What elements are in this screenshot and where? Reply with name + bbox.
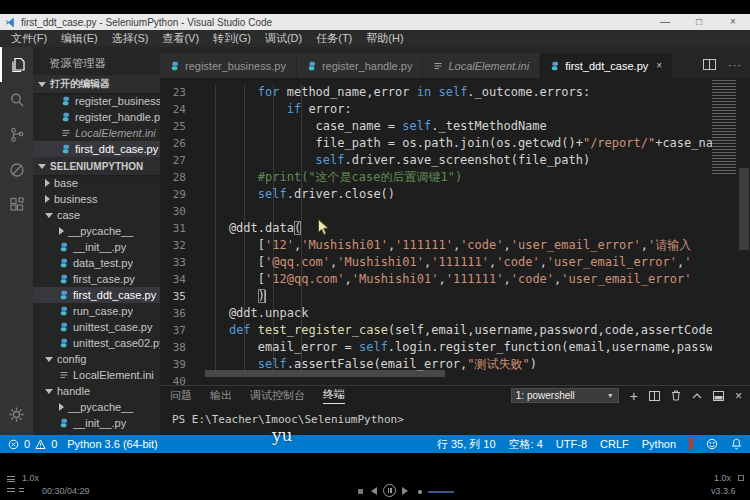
code-editor[interactable]: 23 for method_name,error in self._outcom… <box>160 78 750 385</box>
close-button[interactable]: × <box>716 14 750 30</box>
tree-item[interactable]: first_case.py <box>33 271 160 287</box>
open-editor-item[interactable]: register_business.p... <box>33 93 160 109</box>
line-number[interactable]: 35 <box>160 288 200 305</box>
split-editor-icon[interactable] <box>703 56 716 74</box>
code-line[interactable]: 28 #print("这个是case的后置调键1") <box>160 169 712 186</box>
playlist-icon[interactable] <box>7 476 15 482</box>
open-editor-item[interactable]: register_handle.py... <box>33 109 160 125</box>
menu-item-2[interactable]: 选择(S) <box>105 31 156 46</box>
split-terminal-icon[interactable] <box>649 391 660 401</box>
line-number[interactable]: 25 <box>160 118 200 135</box>
menu-item-0[interactable]: 文件(F) <box>4 31 54 46</box>
tree-item[interactable]: config <box>33 351 160 367</box>
debug-icon[interactable] <box>0 152 33 187</box>
tree-item[interactable]: __pycache__ <box>33 399 160 415</box>
code-line[interactable]: 25 case_name = self._testMethodName <box>160 118 712 135</box>
panel-layout-icon[interactable] <box>713 391 724 401</box>
new-terminal-icon[interactable]: + <box>630 390 638 402</box>
search-icon[interactable] <box>0 82 33 117</box>
cursor-position[interactable]: 行 35, 列 10 <box>437 437 496 452</box>
tree-item[interactable]: run_case.py <box>33 303 160 319</box>
previous-icon[interactable] <box>371 487 377 495</box>
vertical-scrollbar[interactable] <box>739 168 749 250</box>
tree-item[interactable]: __init__.py <box>33 415 160 431</box>
line-number[interactable]: 32 <box>160 237 200 254</box>
code-line[interactable]: 30 <box>160 203 712 220</box>
shell-selector[interactable]: 1: powershell ▼ <box>511 388 619 403</box>
line-number[interactable]: 33 <box>160 254 200 271</box>
menu-item-5[interactable]: 调试(D) <box>258 31 309 46</box>
extensions-icon[interactable] <box>0 187 33 222</box>
code-line[interactable]: 34 ['12@qq.com','Mushishi01','111111','c… <box>160 271 712 288</box>
line-number[interactable]: 23 <box>160 84 200 101</box>
tab-3[interactable]: first_ddt_case.py× <box>540 53 673 78</box>
tab-1[interactable]: register_handle.py <box>297 53 424 78</box>
indentation[interactable]: 空格: 4 <box>509 437 543 452</box>
line-number[interactable]: 37 <box>160 322 200 339</box>
menu-icon[interactable] <box>7 488 15 492</box>
line-number[interactable]: 36 <box>160 305 200 322</box>
pause-mini-icon[interactable] <box>19 488 24 492</box>
settings-gear-icon[interactable] <box>0 406 33 423</box>
code-line[interactable]: 31 @ddt.data( <box>160 220 712 237</box>
menu-item-1[interactable]: 编辑(E) <box>54 31 105 46</box>
line-number[interactable]: 34 <box>160 271 200 288</box>
tree-item[interactable]: first_ddt_case.py <box>33 287 160 303</box>
code-line[interactable]: 36 @ddt.unpack <box>160 305 712 322</box>
code-line[interactable]: 26 file_path = os.path.join(os.getcwd()+… <box>160 135 712 152</box>
more-actions-icon[interactable]: ··· <box>728 59 742 71</box>
menu-item-7[interactable]: 帮助(H) <box>359 31 410 46</box>
volume-slider[interactable] <box>428 491 454 493</box>
tree-item[interactable]: unittest_case02.py <box>33 335 160 351</box>
menu-item-6[interactable]: 任务(T) <box>309 31 359 46</box>
line-number[interactable]: 30 <box>160 203 200 220</box>
menu-item-3[interactable]: 查看(V) <box>155 31 206 46</box>
line-number[interactable]: 39 <box>160 356 200 373</box>
close-panel-icon[interactable]: × <box>735 390 742 402</box>
minimap[interactable] <box>712 80 736 176</box>
stop-icon[interactable] <box>358 489 363 494</box>
source-control-icon[interactable] <box>0 117 33 152</box>
play-pause-button[interactable] <box>383 484 396 497</box>
open-editors-header[interactable]: 打开的编辑器 <box>33 75 160 93</box>
language-mode[interactable]: Python <box>642 438 676 450</box>
problems-indicator[interactable]: 0 0 <box>8 438 57 450</box>
line-number[interactable]: 29 <box>160 186 200 203</box>
menu-item-4[interactable]: 转到(G) <box>206 31 258 46</box>
feedback-smiley-icon[interactable] <box>706 438 718 450</box>
line-number[interactable]: 31 <box>160 220 200 237</box>
code-line[interactable]: 38 email_error = self.login.register_fun… <box>160 339 712 356</box>
maximize-panel-icon[interactable] <box>692 392 702 399</box>
encoding[interactable]: UTF-8 <box>556 438 587 450</box>
horizontal-scrollbar[interactable] <box>205 370 445 377</box>
line-number[interactable]: 40 <box>160 373 200 385</box>
tree-item[interactable]: data_test.py <box>33 255 160 271</box>
code-line[interactable]: 27 self.driver.save_screenshot(file_path… <box>160 152 712 169</box>
rate-toggle-icon[interactable] <box>738 475 744 481</box>
minimize-button[interactable]: — <box>648 14 682 30</box>
line-number[interactable]: 26 <box>160 135 200 152</box>
eol[interactable]: CRLF <box>600 438 629 450</box>
kill-terminal-icon[interactable] <box>671 390 681 401</box>
line-number[interactable]: 28 <box>160 169 200 186</box>
code-line[interactable]: 37 def test_register_case(self,email,use… <box>160 322 712 339</box>
code-line[interactable]: 32 ['12','Mushishi01','111111','code','u… <box>160 237 712 254</box>
tab-2[interactable]: LocalElement.ini <box>423 53 540 78</box>
tree-item[interactable]: case <box>33 207 160 223</box>
code-line[interactable]: 24 if error: <box>160 101 712 118</box>
next-icon[interactable] <box>402 487 408 495</box>
tree-item[interactable]: LocalElement.ini <box>33 367 160 383</box>
line-number[interactable]: 24 <box>160 101 200 118</box>
tree-item[interactable]: business <box>33 191 160 207</box>
tree-item[interactable]: __pycache__ <box>33 223 160 239</box>
volume-icon[interactable] <box>418 490 422 494</box>
tree-item[interactable]: handle <box>33 383 160 399</box>
project-header[interactable]: SELENIUMPYTHON <box>33 157 160 175</box>
close-tab-icon[interactable]: × <box>656 60 662 71</box>
tree-item[interactable]: base <box>33 175 160 191</box>
terminal-output[interactable]: PS E:\Teacher\Imooc\SeleniumPython> <box>160 405 750 426</box>
tab-0[interactable]: register_business.py <box>160 53 297 78</box>
tree-item[interactable]: __init__.py <box>33 239 160 255</box>
tab-terminal[interactable]: 终端 <box>323 387 345 404</box>
open-editor-item[interactable]: LocalElement.inic... <box>33 125 160 141</box>
